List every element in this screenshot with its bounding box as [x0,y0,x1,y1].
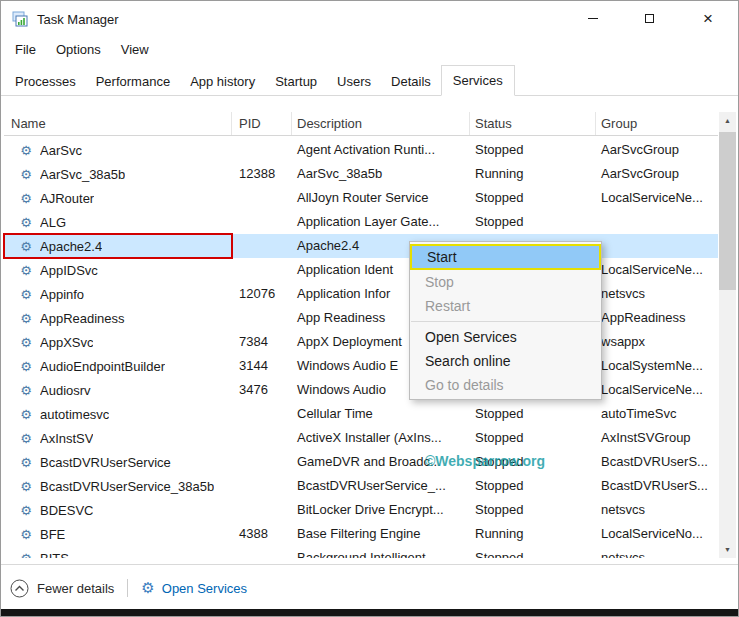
tab-users[interactable]: Users [327,68,381,95]
service-name: Appinfo [40,287,84,302]
service-gear-icon: ⚙ [19,407,33,422]
table-row[interactable]: ⚙AxInstSVActiveX Installer (AxIns...Stop… [4,426,718,450]
service-group: LocalServiceNo... [596,522,718,546]
service-description: Base Filtering Engine [292,522,470,546]
service-name: AppReadiness [40,311,125,326]
tab-processes[interactable]: Processes [5,68,86,95]
menu-bar: File Options View [1,37,738,63]
service-name: AarSvc [40,143,82,158]
service-description: Application Layer Gate... [292,210,470,234]
table-row[interactable]: ⚙BITSBackground Intelligent...Stoppednet… [4,546,718,558]
table-row[interactable]: ⚙BFE4388Base Filtering EngineRunningLoca… [4,522,718,546]
service-group: netsvcs [596,282,718,306]
service-name-cell: ⚙BFE [4,522,232,546]
column-header-pid[interactable]: PID [232,112,292,135]
service-pid [232,498,292,522]
service-name-cell: ⚙AudioEndpointBuilder [4,354,232,378]
table-row[interactable]: ⚙BcastDVRUserServiceGameDVR and Broadc..… [4,450,718,474]
service-name-cell: ⚙Audiosrv [4,378,232,402]
minimize-icon [588,18,598,19]
menu-item-start[interactable]: Start [410,244,601,270]
service-pid [232,306,292,330]
service-group: BcastDVRUserS... [596,450,718,474]
service-pid: 7384 [232,330,292,354]
service-gear-icon: ⚙ [19,551,33,559]
service-name-cell: ⚙AxInstSV [4,426,232,450]
scroll-up-icon[interactable]: ▲ [719,112,736,129]
service-name-cell: ⚙AarSvc_38a5b [4,162,232,186]
table-row[interactable]: ⚙Audiosrv3476Windows AudioLocalServiceNe… [4,378,718,402]
column-header-status[interactable]: Status [470,112,596,135]
scrollbar-thumb[interactable] [719,132,736,290]
service-status: Stopped [470,546,596,558]
maximize-button[interactable] [626,2,672,34]
open-services-link[interactable]: ⚙ Open Services [141,579,247,597]
service-gear-icon: ⚙ [19,359,33,374]
table-row[interactable]: ⚙AJRouterAllJoyn Router ServiceStoppedLo… [4,186,718,210]
column-header-name[interactable]: Name [4,112,232,135]
column-header-group[interactable]: Group [596,112,718,135]
service-name: BFE [40,527,65,542]
service-name-cell: ⚙autotimesvc [4,402,232,426]
column-header-description[interactable]: Description [292,112,470,135]
task-manager-window: Task Manager × File Options View Process… [0,0,739,617]
service-gear-icon: ⚙ [19,263,33,278]
service-name-cell: ⚙BcastDVRUserService_38a5b [4,474,232,498]
menu-file[interactable]: File [5,37,46,63]
service-pid [232,138,292,162]
service-pid [232,426,292,450]
service-group: wsappx [596,330,718,354]
service-group: LocalServiceNe... [596,258,718,282]
tab-performance[interactable]: Performance [86,68,180,95]
vertical-scrollbar[interactable]: ▲ ▼ [719,112,736,558]
table-row[interactable]: ⚙Appinfo12076Application Infornetsvcs [4,282,718,306]
tab-details[interactable]: Details [381,68,441,95]
service-name-cell: ⚙AppXSvc [4,330,232,354]
minimize-button[interactable] [570,2,616,34]
table-row[interactable]: ⚙AppIDSvcApplication IdentLocalServiceNe… [4,258,718,282]
table-row[interactable]: ⚙AarSvc_38a5b12388AarSvc_38a5bRunningAar… [4,162,718,186]
tab-services[interactable]: Services [441,65,515,96]
task-manager-icon [12,11,28,27]
tab-bar: Processes Performance App history Startu… [1,65,738,96]
table-row[interactable]: ⚙AudioEndpointBuilder3144Windows Audio E… [4,354,718,378]
fewer-details-button[interactable]: Fewer details [10,579,114,598]
menu-item-open-services[interactable]: Open Services [410,325,601,349]
fewer-details-label: Fewer details [37,581,114,596]
service-name: ALG [40,215,66,230]
table-row[interactable]: ⚙AarSvcAgent Activation Runti...StoppedA… [4,138,718,162]
service-gear-icon: ⚙ [19,215,33,230]
table-row[interactable]: ⚙Apache2.4Apache2.4 [4,234,718,258]
menu-item-go-to-details: Go to details [410,373,601,397]
service-group: AppReadiness [596,306,718,330]
tab-app-history[interactable]: App history [180,68,265,95]
menu-item-search-online[interactable]: Search online [410,349,601,373]
service-gear-icon: ⚙ [19,311,33,326]
footer-bar: Fewer details ⚙ Open Services [1,564,738,611]
table-row[interactable]: ⚙AppXSvc7384AppX Deploymentwsappx [4,330,718,354]
table-row[interactable]: ⚙autotimesvcCellular TimeStoppedautoTime… [4,402,718,426]
service-group [596,234,718,258]
menu-options[interactable]: Options [46,37,111,63]
scroll-down-icon[interactable]: ▼ [719,541,736,558]
close-button[interactable]: × [685,2,731,34]
service-pid: 12076 [232,282,292,306]
tab-startup[interactable]: Startup [265,68,327,95]
service-group: netsvcs [596,498,718,522]
table-row[interactable]: ⚙BDESVCBitLocker Drive Encrypt...Stopped… [4,498,718,522]
service-status: Stopped [470,498,596,522]
service-gear-icon: ⚙ [19,191,33,206]
service-pid [232,258,292,282]
service-pid [232,234,292,258]
service-gear-icon: ⚙ [19,143,33,158]
service-description: Cellular Time [292,402,470,426]
service-group: LocalSystemNe... [596,354,718,378]
menu-view[interactable]: View [111,37,159,63]
table-row[interactable]: ⚙BcastDVRUserService_38a5bBcastDVRUserSe… [4,474,718,498]
table-row[interactable]: ⚙AppReadinessApp ReadinessAppReadiness [4,306,718,330]
service-gear-icon: ⚙ [19,503,33,518]
bottom-edge-strip [1,609,738,616]
service-name: AppXSvc [40,335,93,350]
table-row[interactable]: ⚙ALGApplication Layer Gate...Stopped [4,210,718,234]
service-description: AarSvc_38a5b [292,162,470,186]
